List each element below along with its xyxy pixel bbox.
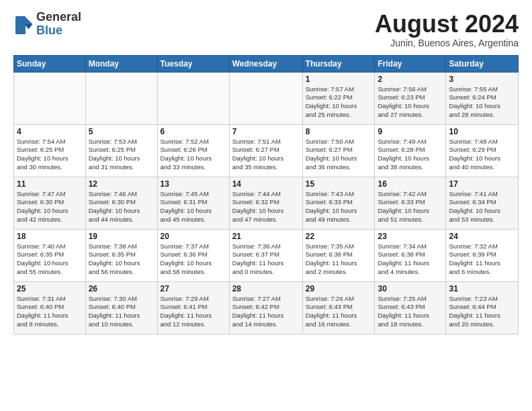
day-number: 29 (306, 284, 372, 293)
day-number: 18 (17, 232, 83, 241)
calendar-week-4: 18Sunrise: 7:40 AM Sunset: 6:35 PM Dayli… (14, 229, 519, 281)
calendar-cell: 16Sunrise: 7:42 AM Sunset: 6:33 PM Dayli… (375, 177, 446, 229)
calendar-cell: 5Sunrise: 7:53 AM Sunset: 6:25 PM Daylig… (85, 124, 157, 177)
day-info: Sunrise: 7:36 AM Sunset: 6:37 PM Dayligh… (232, 242, 300, 277)
calendar-cell: 6Sunrise: 7:52 AM Sunset: 6:26 PM Daylig… (157, 124, 229, 177)
day-info: Sunrise: 7:32 AM Sunset: 6:39 PM Dayligh… (449, 242, 515, 277)
day-info: Sunrise: 7:25 AM Sunset: 6:43 PM Dayligh… (378, 295, 443, 329)
day-header-sunday: Sunday (14, 55, 86, 72)
logo-line2: Blue (36, 24, 81, 38)
calendar-week-3: 11Sunrise: 7:47 AM Sunset: 6:30 PM Dayli… (14, 177, 519, 229)
calendar-cell: 21Sunrise: 7:36 AM Sunset: 6:37 PM Dayli… (229, 229, 302, 281)
svg-rect-2 (15, 16, 26, 34)
calendar-cell: 20Sunrise: 7:37 AM Sunset: 6:36 PM Dayli… (157, 229, 229, 281)
day-info: Sunrise: 7:45 AM Sunset: 6:31 PM Dayligh… (161, 190, 226, 224)
day-header-saturday: Saturday (446, 55, 519, 72)
calendar-body: 1Sunrise: 7:57 AM Sunset: 6:22 PM Daylig… (14, 72, 519, 334)
calendar-cell: 8Sunrise: 7:50 AM Sunset: 6:27 PM Daylig… (302, 124, 375, 177)
day-info: Sunrise: 7:47 AM Sunset: 6:30 PM Dayligh… (17, 190, 83, 224)
day-info: Sunrise: 7:31 AM Sunset: 6:40 PM Dayligh… (17, 295, 83, 329)
day-header-monday: Monday (85, 55, 157, 72)
day-number: 25 (17, 284, 83, 293)
day-info: Sunrise: 7:52 AM Sunset: 6:26 PM Dayligh… (161, 138, 226, 172)
logo-icon (13, 14, 34, 34)
day-number: 5 (89, 127, 154, 136)
svg-marker-0 (25, 16, 33, 24)
day-number: 17 (449, 179, 515, 189)
calendar-cell: 13Sunrise: 7:45 AM Sunset: 6:31 PM Dayli… (157, 177, 229, 229)
day-number: 8 (306, 127, 372, 136)
day-number: 16 (378, 179, 443, 189)
location: Junin, Buenos Aires, Argentina (375, 38, 519, 48)
calendar-cell: 25Sunrise: 7:31 AM Sunset: 6:40 PM Dayli… (14, 281, 86, 334)
calendar-cell: 26Sunrise: 7:30 AM Sunset: 6:40 PM Dayli… (85, 281, 157, 334)
calendar-cell: 28Sunrise: 7:27 AM Sunset: 6:42 PM Dayli… (229, 281, 302, 334)
day-info: Sunrise: 7:44 AM Sunset: 6:32 PM Dayligh… (232, 190, 300, 224)
day-number: 7 (232, 127, 300, 136)
calendar-header: SundayMondayTuesdayWednesdayThursdayFrid… (14, 55, 519, 72)
day-number: 6 (161, 127, 226, 136)
calendar-cell: 27Sunrise: 7:29 AM Sunset: 6:41 PM Dayli… (157, 281, 229, 334)
day-info: Sunrise: 7:46 AM Sunset: 6:30 PM Dayligh… (89, 190, 154, 224)
day-header-wednesday: Wednesday (229, 55, 302, 72)
day-info: Sunrise: 7:27 AM Sunset: 6:42 PM Dayligh… (232, 295, 300, 329)
svg-marker-1 (25, 24, 33, 30)
calendar-table: SundayMondayTuesdayWednesdayThursdayFrid… (13, 55, 519, 334)
day-info: Sunrise: 7:35 AM Sunset: 6:38 PM Dayligh… (306, 242, 372, 277)
day-number: 31 (449, 284, 515, 293)
day-number: 12 (89, 179, 154, 189)
calendar-cell: 2Sunrise: 7:56 AM Sunset: 6:23 PM Daylig… (375, 72, 446, 124)
day-info: Sunrise: 7:42 AM Sunset: 6:33 PM Dayligh… (378, 190, 443, 224)
calendar-cell: 17Sunrise: 7:41 AM Sunset: 6:34 PM Dayli… (446, 177, 519, 229)
day-header-tuesday: Tuesday (157, 55, 229, 72)
day-header-friday: Friday (375, 55, 446, 72)
calendar-week-1: 1Sunrise: 7:57 AM Sunset: 6:22 PM Daylig… (14, 72, 519, 124)
calendar-cell (157, 72, 229, 124)
day-info: Sunrise: 7:53 AM Sunset: 6:25 PM Dayligh… (89, 138, 154, 172)
calendar-cell: 1Sunrise: 7:57 AM Sunset: 6:22 PM Daylig… (302, 72, 375, 124)
day-number: 21 (232, 232, 300, 241)
day-info: Sunrise: 7:30 AM Sunset: 6:40 PM Dayligh… (89, 295, 154, 329)
day-number: 27 (161, 284, 226, 293)
day-info: Sunrise: 7:34 AM Sunset: 6:38 PM Dayligh… (378, 242, 443, 277)
calendar-cell: 15Sunrise: 7:43 AM Sunset: 6:33 PM Dayli… (302, 177, 375, 229)
calendar-cell (85, 72, 157, 124)
day-number: 4 (17, 127, 83, 136)
day-info: Sunrise: 7:37 AM Sunset: 6:36 PM Dayligh… (161, 242, 226, 277)
day-number: 15 (306, 179, 372, 189)
day-header-thursday: Thursday (302, 55, 375, 72)
day-info: Sunrise: 7:57 AM Sunset: 6:22 PM Dayligh… (306, 85, 372, 120)
day-number: 3 (449, 75, 515, 84)
header-row: SundayMondayTuesdayWednesdayThursdayFrid… (14, 55, 519, 72)
calendar-cell: 9Sunrise: 7:49 AM Sunset: 6:28 PM Daylig… (375, 124, 446, 177)
day-info: Sunrise: 7:56 AM Sunset: 6:23 PM Dayligh… (378, 85, 443, 120)
calendar-cell: 14Sunrise: 7:44 AM Sunset: 6:32 PM Dayli… (229, 177, 302, 229)
day-number: 28 (232, 284, 300, 293)
day-number: 2 (378, 75, 443, 84)
day-number: 23 (378, 232, 443, 241)
calendar-week-2: 4Sunrise: 7:54 AM Sunset: 6:25 PM Daylig… (14, 124, 519, 177)
calendar-cell: 24Sunrise: 7:32 AM Sunset: 6:39 PM Dayli… (446, 229, 519, 281)
calendar-week-5: 25Sunrise: 7:31 AM Sunset: 6:40 PM Dayli… (14, 281, 519, 334)
day-number: 10 (449, 127, 515, 136)
logo-text: General Blue (36, 11, 81, 38)
header: General Blue August 2024 Junin, Buenos A… (13, 11, 519, 48)
calendar-cell: 18Sunrise: 7:40 AM Sunset: 6:35 PM Dayli… (14, 229, 86, 281)
page: General Blue August 2024 Junin, Buenos A… (0, 0, 532, 341)
calendar-cell: 10Sunrise: 7:48 AM Sunset: 6:29 PM Dayli… (446, 124, 519, 177)
day-info: Sunrise: 7:29 AM Sunset: 6:41 PM Dayligh… (161, 295, 226, 329)
title-block: August 2024 Junin, Buenos Aires, Argenti… (375, 11, 519, 48)
day-number: 20 (161, 232, 226, 241)
day-number: 22 (306, 232, 372, 241)
day-info: Sunrise: 7:41 AM Sunset: 6:34 PM Dayligh… (449, 190, 515, 224)
day-info: Sunrise: 7:48 AM Sunset: 6:29 PM Dayligh… (449, 138, 515, 172)
day-info: Sunrise: 7:43 AM Sunset: 6:33 PM Dayligh… (306, 190, 372, 224)
calendar-cell (14, 72, 86, 124)
calendar-cell: 29Sunrise: 7:26 AM Sunset: 6:43 PM Dayli… (302, 281, 375, 334)
calendar-cell: 3Sunrise: 7:55 AM Sunset: 6:24 PM Daylig… (446, 72, 519, 124)
calendar-cell: 12Sunrise: 7:46 AM Sunset: 6:30 PM Dayli… (85, 177, 157, 229)
day-number: 11 (17, 179, 83, 189)
day-number: 14 (232, 179, 300, 189)
calendar-cell: 19Sunrise: 7:38 AM Sunset: 6:35 PM Dayli… (85, 229, 157, 281)
day-number: 9 (378, 127, 443, 136)
